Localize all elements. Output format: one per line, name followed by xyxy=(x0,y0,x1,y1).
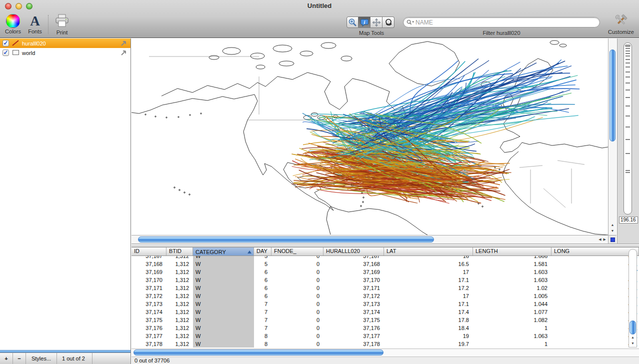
close-button[interactable] xyxy=(5,3,12,10)
table-row[interactable]: 37,1701,312W6037,17017.11.603-74. xyxy=(132,276,639,284)
zoom-tick xyxy=(626,62,630,64)
titlebar[interactable]: Untitled xyxy=(0,0,639,12)
scroll-left-icon[interactable]: ◀ xyxy=(598,236,601,242)
zoom-value-field[interactable]: 196.16 xyxy=(619,216,638,224)
map-horizontal-scrollbar[interactable]: ◀ ▶ xyxy=(132,235,608,244)
search-input[interactable] xyxy=(414,18,596,26)
add-layer-button[interactable]: + xyxy=(0,353,13,364)
zoom-tick xyxy=(626,116,630,116)
world-map xyxy=(132,38,608,235)
table-row[interactable]: 37,1721,312W6037,172171.005-77. xyxy=(132,292,639,300)
map-tools-group: i xyxy=(346,16,394,28)
info-tool-button[interactable]: i xyxy=(358,16,370,28)
cell-long: -80. xyxy=(552,316,639,324)
scroll-right-icon[interactable]: ▶ xyxy=(604,236,606,242)
zoom-tick xyxy=(626,172,630,173)
column-header-id[interactable]: ID xyxy=(132,248,166,256)
jump-arrow-icon[interactable] xyxy=(120,40,127,46)
table-hscroll-thumb[interactable] xyxy=(134,350,384,356)
cell-lat: 17.2 xyxy=(384,284,473,292)
table-row[interactable]: 37,1761,312W7037,17618.41-81. xyxy=(132,324,639,332)
cell-category: W xyxy=(193,292,254,300)
cell-huralll020: 37,170 xyxy=(324,276,384,284)
cell-id: 37,178 xyxy=(132,340,166,348)
table-vertical-scrollbar[interactable]: ▲ ▼ xyxy=(628,249,637,348)
filter-search-field[interactable] xyxy=(403,17,600,28)
cell-long: -76. xyxy=(552,284,639,292)
polygon-swatch-icon xyxy=(12,50,19,55)
zoom-tool-button[interactable] xyxy=(346,16,358,28)
cell-long: -74. xyxy=(552,276,639,284)
zoom-window-button[interactable] xyxy=(26,3,32,10)
pan-tool-button[interactable] xyxy=(370,16,382,28)
fonts-label: Fonts xyxy=(24,28,46,34)
print-label: Print xyxy=(50,30,74,36)
styles-button[interactable]: Styles... xyxy=(26,353,57,364)
table-row[interactable]: 37,1751,312W7037,17517.81.082-80. xyxy=(132,316,639,324)
scroll-up-icon[interactable]: ▲ xyxy=(608,222,616,228)
column-header-fnode_[interactable]: FNODE_ xyxy=(272,248,324,256)
cell-btid: 1,312 xyxy=(166,316,193,324)
cell-day: 7 xyxy=(254,308,272,316)
pane-splitter[interactable] xyxy=(132,244,639,248)
layer-row[interactable]: ✓huralll020 xyxy=(0,38,130,48)
colors-label: Colors xyxy=(2,28,24,34)
table-row[interactable]: 37,1771,312W8037,177191.063-81. xyxy=(132,332,639,340)
orbit-zoom-tool-button[interactable] xyxy=(382,16,394,28)
column-header-length[interactable]: LENGTH xyxy=(473,248,552,256)
column-header-lat[interactable]: LAT xyxy=(384,248,473,256)
cell-fnode_: 0 xyxy=(272,308,324,316)
map-hscroll-thumb[interactable] xyxy=(138,236,434,242)
cell-category: W xyxy=(193,324,254,332)
cell-lat: 17 xyxy=(384,268,473,276)
zoom-slider-thumb[interactable] xyxy=(625,44,630,47)
scroll-down-icon[interactable]: ▼ xyxy=(608,228,616,234)
table-row[interactable]: 37,1681,312W5037,16816.51.581-71. xyxy=(132,260,639,268)
table-vscroll-thumb[interactable] xyxy=(630,320,636,334)
zoom-tick xyxy=(626,97,630,98)
table-scroll-down-icon[interactable]: ▼ xyxy=(629,340,636,346)
table-row[interactable]: 37,1741,312W7037,17417.41.077-79. xyxy=(132,308,639,316)
cell-day: 6 xyxy=(254,268,272,276)
cell-long: -78. xyxy=(552,300,639,308)
column-header-category[interactable]: CATEGORY xyxy=(193,248,254,256)
table-row[interactable]: 37,1731,312W7037,17317.11.044-78. xyxy=(132,300,639,308)
layer-checkbox[interactable]: ✓ xyxy=(2,50,9,56)
layer-count: 1 out of 2 xyxy=(57,353,92,364)
cell-day: 7 xyxy=(254,324,272,332)
colors-button[interactable]: Colors xyxy=(2,14,24,34)
column-header-huralll020[interactable]: HURALLL020 xyxy=(324,248,384,256)
map-vscroll-thumb[interactable] xyxy=(610,50,616,142)
table-scroll-up-icon[interactable]: ▲ xyxy=(629,334,636,340)
cell-id: 37,172 xyxy=(132,292,166,300)
jump-arrow-icon[interactable] xyxy=(120,50,127,56)
table-row[interactable]: 37,1691,312W6037,169171.603-7 xyxy=(132,268,639,276)
table-horizontal-scrollbar[interactable] xyxy=(132,348,639,356)
zoom-slider[interactable] xyxy=(624,42,632,214)
color-wheel-icon xyxy=(6,14,20,28)
column-header-btid[interactable]: BTID xyxy=(166,248,193,256)
minimize-button[interactable] xyxy=(16,3,22,10)
scroll-corner xyxy=(608,235,616,244)
cell-id: 37,167 xyxy=(132,256,166,260)
pane-resize-handle[interactable] xyxy=(610,238,615,242)
cell-length: 1.077 xyxy=(473,308,552,316)
remove-layer-button[interactable]: − xyxy=(13,353,26,364)
fonts-button[interactable]: A Fonts xyxy=(24,14,46,34)
print-button[interactable]: Print xyxy=(50,14,74,36)
layer-checkbox[interactable]: ✓ xyxy=(2,40,9,46)
map-canvas[interactable]: 19.677 degree xyxy=(132,38,608,235)
cell-btid: 1,312 xyxy=(166,292,193,300)
column-header-day[interactable]: DAY xyxy=(254,248,272,256)
layer-row[interactable]: ✓world xyxy=(0,48,130,58)
column-header-long[interactable]: LONG xyxy=(552,248,639,256)
table-row[interactable]: 37,1671,312W5037,167161.666-69. xyxy=(132,256,639,260)
map-vertical-scrollbar[interactable]: ▲ ▼ xyxy=(608,38,616,235)
cell-length: 1.082 xyxy=(473,316,552,324)
table-row[interactable]: 37,1781,312W8037,17819.71-82. xyxy=(132,340,639,348)
cell-id: 37,173 xyxy=(132,300,166,308)
cell-fnode_: 0 xyxy=(272,316,324,324)
cell-day: 6 xyxy=(254,292,272,300)
table-row[interactable]: 37,1711,312W6037,17117.21.02-76. xyxy=(132,284,639,292)
customize-button[interactable]: Customize xyxy=(605,14,637,35)
